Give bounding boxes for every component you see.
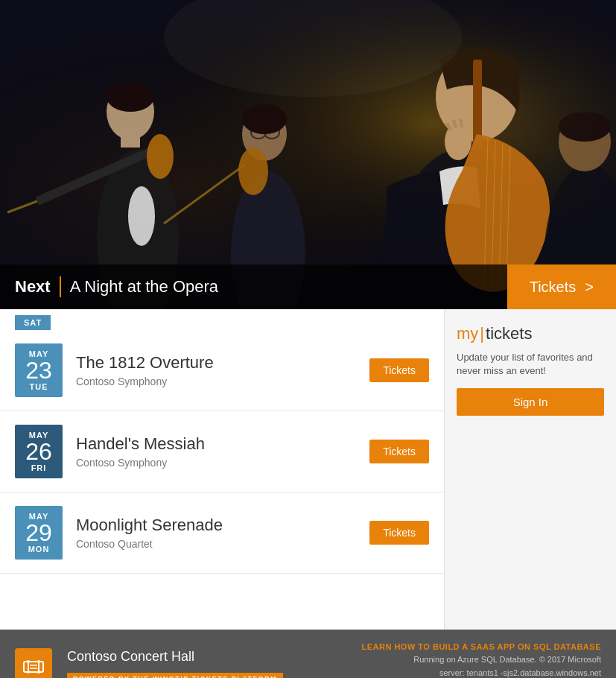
event-venue: Contoso Symphony [76, 457, 356, 469]
mytickets-description: Update your list of favorites and never … [457, 351, 604, 378]
footer-icon [15, 648, 52, 678]
event-weekday: MON [28, 545, 50, 554]
sat-badge: SAT [15, 315, 51, 330]
event-venue: Contoso Quartet [76, 538, 356, 550]
signin-button[interactable]: Sign In [457, 388, 604, 416]
svg-rect-34 [24, 662, 43, 672]
hero-divider-line [60, 276, 61, 297]
svg-point-4 [128, 186, 155, 246]
next-text: Next [15, 277, 51, 297]
footer-info: LEARN HOW TO BUILD A SAAS APP ON SQL DAT… [361, 641, 601, 678]
hero-bar: Next A Night at the Opera Tickets > [0, 264, 616, 309]
event-item: MAY 26 FRI Handel's Messiah Contoso Symp… [0, 411, 444, 492]
svg-rect-10 [121, 133, 140, 148]
event-weekday: FRI [31, 463, 47, 472]
footer-powered-label: POWERED BY THE WINGTIP TICKETS PLATFORM [67, 673, 283, 678]
events-list: SAT MAY 23 TUE The 1812 Overture Contoso… [0, 309, 445, 630]
svg-point-16 [242, 104, 287, 134]
hero-next-label: Next A Night at the Opera [0, 276, 218, 297]
ticket-icon [22, 656, 45, 678]
event-info: The 1812 Overture Contoso Symphony [76, 353, 356, 387]
tickets-button[interactable]: Tickets [369, 358, 429, 382]
svg-point-36 [27, 671, 30, 674]
event-item: MAY 23 TUE The 1812 Overture Contoso Sym… [0, 330, 444, 411]
my-label: my [457, 324, 478, 343]
event-item: MAY 29 MON Moonlight Serenade Contoso Qu… [0, 492, 444, 574]
svg-line-23 [454, 120, 456, 128]
footer-running-text: Running on Azure SQL Database. © 2017 Mi… [361, 653, 601, 667]
svg-point-9 [147, 134, 174, 179]
svg-point-32 [559, 112, 611, 142]
hero-tickets-arrow: > [585, 279, 594, 296]
svg-point-37 [37, 660, 40, 663]
tickets-button[interactable]: Tickets [369, 440, 429, 463]
sidebar: my|tickets Update your list of favorites… [445, 309, 616, 630]
svg-point-6 [107, 82, 154, 112]
event-day: 29 [25, 521, 52, 545]
learn-link[interactable]: LEARN HOW TO BUILD A SAAS APP ON SQL DAT… [361, 642, 601, 651]
event-date-badge: MAY 23 TUE [15, 343, 63, 397]
svg-point-35 [27, 660, 30, 663]
footer-server-text: server: tenants1 -sjs2.database.windows.… [361, 667, 601, 678]
event-date-badge: MAY 29 MON [15, 506, 63, 560]
footer-brand-name: Contoso Concert Hall [67, 649, 346, 665]
tickets-button[interactable]: Tickets [369, 521, 429, 545]
main-content: SAT MAY 23 TUE The 1812 Overture Contoso… [0, 309, 616, 630]
event-venue: Contoso Symphony [76, 376, 356, 387]
hero-section: Next A Night at the Opera Tickets > [0, 0, 616, 309]
svg-point-18 [238, 148, 268, 195]
sat-row: SAT [0, 309, 444, 330]
footer: Contoso Concert Hall POWERED BY THE WING… [0, 630, 616, 678]
event-weekday: TUE [30, 382, 48, 391]
event-title: The 1812 Overture [76, 353, 356, 373]
pipe-divider: | [480, 324, 484, 343]
tickets-label: tickets [486, 324, 532, 343]
event-day: 26 [25, 440, 52, 463]
event-day: 23 [25, 358, 52, 382]
event-title: Handel's Messiah [76, 434, 356, 454]
svg-point-38 [37, 671, 40, 674]
svg-line-24 [460, 119, 462, 127]
hero-tickets-button[interactable]: Tickets > [507, 264, 616, 309]
event-title: Moonlight Serenade [76, 516, 356, 535]
footer-brand: Contoso Concert Hall POWERED BY THE WING… [67, 649, 346, 678]
mytickets-header: my|tickets [457, 324, 604, 343]
event-info: Moonlight Serenade Contoso Quartet [76, 516, 356, 550]
hero-tickets-label: Tickets [530, 279, 577, 296]
event-date-badge: MAY 26 FRI [15, 425, 63, 478]
event-info: Handel's Messiah Contoso Symphony [76, 434, 356, 469]
hero-event-title: A Night at the Opera [70, 277, 218, 297]
